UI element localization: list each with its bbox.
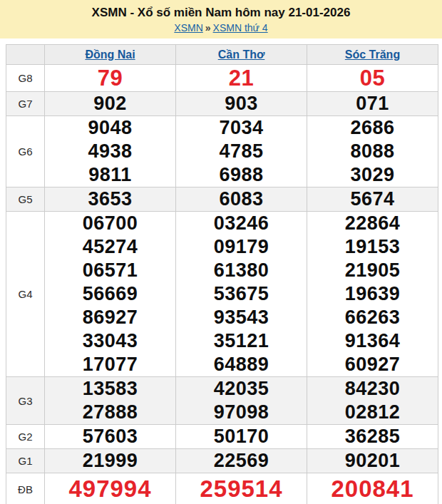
table-row-g5: G5 3653 6083 5674 xyxy=(6,187,438,212)
result-number: 09179 xyxy=(176,235,307,259)
result-number: 50170 xyxy=(176,425,307,448)
result-number: 22864 xyxy=(307,212,438,235)
breadcrumb: XSMN»XSMN thứ 4 xyxy=(0,21,442,34)
table-row-g3: G3 13583 27888 42035 97098 84230 02812 xyxy=(6,377,438,425)
prize-label: G8 xyxy=(6,65,45,92)
result-number: 05 xyxy=(307,65,438,91)
result-number: 22569 xyxy=(176,449,307,473)
result-number: 33043 xyxy=(45,329,175,353)
result-number: 259514 xyxy=(176,473,307,504)
prize-column-header xyxy=(6,45,45,65)
province-link-dong-nai[interactable]: Đồng Nai xyxy=(85,48,135,61)
result-number: 4938 xyxy=(45,140,175,163)
prize-label: ĐB xyxy=(6,473,45,504)
result-number: 9811 xyxy=(45,163,175,187)
prize-label: G3 xyxy=(6,377,45,425)
result-number: 21905 xyxy=(307,259,438,282)
result-number: 21 xyxy=(176,65,307,91)
result-number: 36285 xyxy=(307,425,438,448)
table-header-row: Đồng Nai Cần Thơ Sóc Trăng xyxy=(6,45,438,65)
breadcrumb-link-xsmn-thu-4[interactable]: XSMN thứ 4 xyxy=(213,22,268,34)
result-number: 35121 xyxy=(176,329,307,353)
result-number: 97098 xyxy=(176,401,307,424)
result-number: 4785 xyxy=(176,140,307,163)
result-number: 27888 xyxy=(45,401,175,424)
result-number: 6988 xyxy=(176,163,307,187)
prize-label: G6 xyxy=(6,116,45,187)
result-number: 903 xyxy=(176,92,307,115)
result-number: 60927 xyxy=(307,353,438,376)
result-number: 9048 xyxy=(45,116,175,140)
results-table: Đồng Nai Cần Thơ Sóc Trăng G8 79 21 05 G… xyxy=(6,44,438,504)
result-number: 17077 xyxy=(45,353,175,376)
breadcrumb-link-xsmn[interactable]: XSMN xyxy=(174,22,202,34)
breadcrumb-separator: » xyxy=(203,22,213,34)
result-number: 06700 xyxy=(45,212,175,235)
result-number: 79 xyxy=(45,65,175,91)
result-number: 02812 xyxy=(307,401,438,424)
prize-label: G7 xyxy=(6,92,45,116)
table-row-g6: G6 9048 4938 9811 7034 4785 6988 2686 80… xyxy=(6,116,438,187)
result-number: 56669 xyxy=(45,282,175,306)
table-row-g8: G8 79 21 05 xyxy=(6,65,438,92)
province-link-soc-trang[interactable]: Sóc Trăng xyxy=(345,48,400,61)
title-banner: XSMN - Xổ số miền Nam hôm nay 21-01-2026… xyxy=(0,0,442,38)
prize-label: G5 xyxy=(6,187,45,212)
result-number: 61380 xyxy=(176,259,307,282)
result-number: 57603 xyxy=(45,425,175,448)
prize-label: G2 xyxy=(6,425,45,449)
result-number: 42035 xyxy=(176,377,307,401)
page-title: XSMN - Xổ số miền Nam hôm nay 21-01-2026 xyxy=(0,5,442,21)
table-row-g7: G7 902 903 071 xyxy=(6,92,438,116)
result-number: 5674 xyxy=(307,187,438,211)
result-number: 21999 xyxy=(45,449,175,473)
prize-label: G4 xyxy=(6,212,45,377)
result-number: 06571 xyxy=(45,259,175,282)
result-number: 19153 xyxy=(307,235,438,259)
result-number: 66263 xyxy=(307,306,438,329)
table-row-g1: G1 21999 22569 90201 xyxy=(6,449,438,473)
result-number: 84230 xyxy=(307,377,438,401)
result-number: 7034 xyxy=(176,116,307,140)
result-number: 3029 xyxy=(307,163,438,187)
result-number: 53675 xyxy=(176,282,307,306)
result-number: 93543 xyxy=(176,306,307,329)
result-number: 2686 xyxy=(307,116,438,140)
result-number: 45274 xyxy=(45,235,175,259)
result-number: 8088 xyxy=(307,140,438,163)
result-number: 13583 xyxy=(45,377,175,401)
result-number: 90201 xyxy=(307,449,438,473)
table-row-g4: G4 06700 45274 06571 56669 86927 33043 1… xyxy=(6,212,438,377)
result-number: 64889 xyxy=(176,353,307,376)
result-number: 91364 xyxy=(307,329,438,353)
result-number: 6083 xyxy=(176,187,307,211)
result-number: 200841 xyxy=(307,473,438,504)
result-number: 902 xyxy=(45,92,175,115)
province-link-can-tho[interactable]: Cần Thơ xyxy=(218,48,265,61)
result-number: 03246 xyxy=(176,212,307,235)
prize-label: G1 xyxy=(6,449,45,473)
result-number: 3653 xyxy=(45,187,175,211)
table-row-g2: G2 57603 50170 36285 xyxy=(6,425,438,449)
table-row-db: ĐB 497994 259514 200841 xyxy=(6,473,438,504)
result-number: 071 xyxy=(307,92,438,115)
result-number: 86927 xyxy=(45,306,175,329)
result-number: 19639 xyxy=(307,282,438,306)
result-number: 497994 xyxy=(45,473,175,504)
results-table-container: Đồng Nai Cần Thơ Sóc Trăng G8 79 21 05 G… xyxy=(0,38,442,504)
